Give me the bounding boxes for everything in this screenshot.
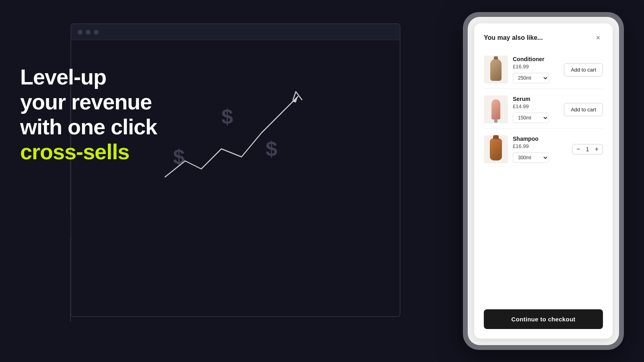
cross-sell-modal: You may also like... × Conditioner £16.9… — [474, 23, 613, 339]
product-variant-serum[interactable]: 150ml 300ml — [513, 113, 549, 123]
browser-dot-3 — [94, 30, 99, 35]
revenue-chart — [153, 72, 314, 193]
modal-header: You may also like... × — [484, 33, 603, 43]
product-info-serum: Serum £14.99 150ml 300ml — [513, 96, 559, 123]
hero-line1: Level-up — [20, 65, 106, 89]
conditioner-tube-icon — [490, 59, 502, 81]
product-info-conditioner: Conditioner £16.99 250ml 500ml 1L — [513, 56, 559, 83]
modal-product-list: Conditioner £16.99 250ml 500ml 1L Add to… — [484, 51, 603, 303]
chart-area: $ $ $ — [153, 72, 314, 193]
hero-line2: your revenue — [20, 90, 152, 114]
product-item-serum: Serum £14.99 150ml 300ml Add to cart — [484, 90, 603, 129]
product-info-shampoo: Shampoo £16.99 300ml 500ml 1L — [513, 136, 567, 163]
product-image-shampoo — [484, 135, 508, 163]
close-button[interactable]: × — [593, 33, 603, 43]
modal-title: You may also like... — [484, 34, 543, 41]
decorative-line-bottom — [70, 237, 71, 322]
shampoo-bottle-icon — [490, 138, 502, 160]
product-variant-conditioner[interactable]: 250ml 500ml 1L — [513, 73, 549, 83]
product-name-conditioner: Conditioner — [513, 56, 559, 62]
quantity-increase-button[interactable]: + — [595, 146, 599, 152]
add-to-cart-conditioner[interactable]: Add to cart — [564, 63, 603, 76]
hero-line3: with one click — [20, 115, 157, 139]
product-price-conditioner: £16.99 — [513, 64, 559, 70]
device-inner: You may also like... × Conditioner £16.9… — [468, 17, 619, 345]
product-price-shampoo: £16.99 — [513, 143, 567, 149]
browser-titlebar — [71, 24, 400, 40]
product-item-conditioner: Conditioner £16.99 250ml 500ml 1L Add to… — [484, 51, 603, 89]
device-frame: You may also like... × Conditioner £16.9… — [463, 12, 624, 350]
product-image-conditioner — [484, 56, 508, 84]
serum-tube-icon — [491, 99, 500, 119]
product-name-serum: Serum — [513, 96, 559, 102]
product-variant-shampoo[interactable]: 300ml 500ml 1L — [513, 152, 549, 163]
browser-dot-1 — [78, 30, 83, 35]
quantity-decrease-button[interactable]: − — [576, 146, 580, 152]
hero-highlight: cross-sells — [20, 140, 129, 164]
product-image-serum — [484, 95, 508, 123]
browser-dot-2 — [86, 30, 91, 35]
product-item-shampoo: Shampoo £16.99 300ml 500ml 1L − 1 + — [484, 130, 603, 168]
product-price-serum: £14.99 — [513, 103, 559, 109]
quantity-value: 1 — [584, 146, 591, 152]
hero-text-block: Level-up your revenue with one click cro… — [20, 64, 157, 164]
add-to-cart-serum[interactable]: Add to cart — [564, 103, 603, 116]
continue-checkout-button[interactable]: Continue to checkout — [484, 309, 603, 329]
quantity-stepper-shampoo: − 1 + — [572, 144, 603, 154]
product-name-shampoo: Shampoo — [513, 136, 567, 142]
modal-footer: Continue to checkout — [484, 309, 603, 329]
